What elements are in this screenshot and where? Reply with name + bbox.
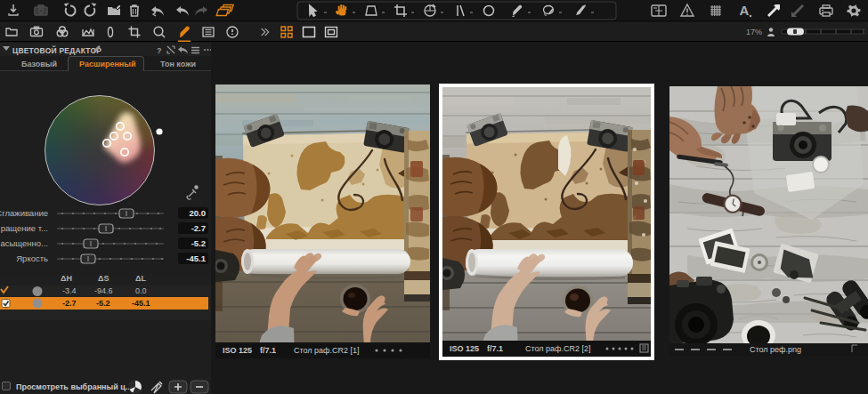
svg-text:f/7.1: f/7.1 <box>260 346 276 355</box>
svg-text:-5.2: -5.2 <box>191 238 206 248</box>
svg-text:Яркость: Яркость <box>16 253 48 263</box>
svg-text:Стол реф.png: Стол реф.png <box>750 345 801 354</box>
svg-text:асыщенно...: асыщенно... <box>0 238 48 248</box>
svg-text:ISO 125: ISO 125 <box>450 344 479 353</box>
svg-text:-2.7: -2.7 <box>191 223 206 233</box>
svg-text:-45.1: -45.1 <box>186 253 206 263</box>
svg-text:f/7.1: f/7.1 <box>487 344 503 353</box>
svg-text:ращение т...: ращение т... <box>1 223 48 233</box>
svg-text:17%: 17% <box>746 28 762 36</box>
svg-text:Сглаживание: Сглаживание <box>0 208 48 218</box>
svg-text:ISO 125: ISO 125 <box>223 346 252 355</box>
svg-text:A: A <box>740 3 750 18</box>
svg-text:?: ? <box>157 46 162 55</box>
svg-text:Стол раф.CR2 [1]: Стол раф.CR2 [1] <box>294 346 360 355</box>
svg-text:20.0: 20.0 <box>190 208 207 218</box>
svg-text:Стол раф.CR2 [2]: Стол раф.CR2 [2] <box>525 344 591 353</box>
